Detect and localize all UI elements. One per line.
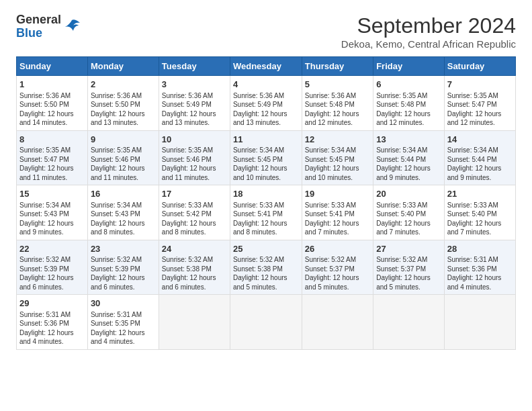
day-number: 29: [19, 298, 85, 310]
calendar-day-cell: [373, 295, 445, 350]
calendar-day-cell: [230, 295, 302, 350]
calendar-header-row: SundayMondayTuesdayWednesdayThursdayFrid…: [17, 57, 516, 76]
day-info: Sunrise: 5:32 AMSunset: 5:37 PMDaylight:…: [305, 255, 370, 291]
day-info: Sunrise: 5:31 AMSunset: 5:35 PMDaylight:…: [91, 310, 156, 347]
calendar-day-cell: 8Sunrise: 5:35 AMSunset: 5:47 PMDaylight…: [17, 130, 88, 185]
calendar-header-monday: Monday: [87, 57, 159, 76]
day-number: 20: [376, 188, 441, 200]
day-info: Sunrise: 5:33 AMSunset: 5:40 PMDaylight:…: [376, 201, 441, 237]
day-number: 10: [162, 134, 227, 146]
day-info: Sunrise: 5:36 AMSunset: 5:48 PMDaylight:…: [305, 91, 370, 128]
day-number: 23: [91, 243, 156, 255]
day-info: Sunrise: 5:31 AMSunset: 5:36 PMDaylight:…: [19, 310, 85, 347]
calendar-day-cell: [444, 295, 515, 350]
calendar-header-wednesday: Wednesday: [230, 57, 302, 76]
day-number: 13: [376, 134, 441, 146]
day-info: Sunrise: 5:36 AMSunset: 5:50 PMDaylight:…: [19, 91, 85, 128]
calendar-day-cell: 4Sunrise: 5:36 AMSunset: 5:49 PMDaylight…: [230, 76, 302, 131]
calendar-day-cell: 18Sunrise: 5:33 AMSunset: 5:41 PMDayligh…: [230, 185, 302, 240]
day-info: Sunrise: 5:35 AMSunset: 5:48 PMDaylight:…: [376, 91, 441, 128]
logo-bird-icon: [62, 19, 81, 35]
day-number: 28: [447, 243, 513, 255]
day-info: Sunrise: 5:34 AMSunset: 5:43 PMDaylight:…: [91, 201, 156, 237]
calendar-day-cell: [302, 295, 373, 350]
calendar-header-thursday: Thursday: [302, 57, 373, 76]
calendar-day-cell: 3Sunrise: 5:36 AMSunset: 5:49 PMDaylight…: [159, 76, 230, 131]
calendar-day-cell: 11Sunrise: 5:34 AMSunset: 5:45 PMDayligh…: [230, 130, 302, 185]
calendar-day-cell: 24Sunrise: 5:32 AMSunset: 5:38 PMDayligh…: [159, 240, 230, 295]
day-number: 27: [376, 243, 441, 255]
calendar-body: 1Sunrise: 5:36 AMSunset: 5:50 PMDaylight…: [17, 76, 516, 350]
day-info: Sunrise: 5:33 AMSunset: 5:42 PMDaylight:…: [162, 201, 227, 237]
day-number: 1: [19, 79, 85, 91]
calendar-week-row: 15Sunrise: 5:34 AMSunset: 5:43 PMDayligh…: [17, 185, 516, 240]
day-info: Sunrise: 5:35 AMSunset: 5:47 PMDaylight:…: [447, 91, 513, 128]
calendar-day-cell: 5Sunrise: 5:36 AMSunset: 5:48 PMDaylight…: [302, 76, 373, 131]
calendar-day-cell: 26Sunrise: 5:32 AMSunset: 5:37 PMDayligh…: [302, 240, 373, 295]
calendar-day-cell: 23Sunrise: 5:32 AMSunset: 5:39 PMDayligh…: [87, 240, 159, 295]
day-number: 22: [19, 243, 85, 255]
calendar-day-cell: 1Sunrise: 5:36 AMSunset: 5:50 PMDaylight…: [17, 76, 88, 131]
day-info: Sunrise: 5:32 AMSunset: 5:38 PMDaylight:…: [233, 255, 299, 291]
calendar-day-cell: 22Sunrise: 5:32 AMSunset: 5:39 PMDayligh…: [17, 240, 88, 295]
day-number: 4: [233, 79, 299, 91]
calendar-week-row: 1Sunrise: 5:36 AMSunset: 5:50 PMDaylight…: [17, 76, 516, 131]
calendar-table: SundayMondayTuesdayWednesdayThursdayFrid…: [16, 56, 516, 350]
calendar-header-sunday: Sunday: [17, 57, 88, 76]
day-number: 14: [447, 134, 513, 146]
day-number: 15: [19, 188, 85, 200]
day-number: 26: [305, 243, 370, 255]
day-info: Sunrise: 5:33 AMSunset: 5:40 PMDaylight:…: [447, 201, 513, 237]
page-title: September 2024: [341, 13, 516, 38]
calendar-day-cell: 29Sunrise: 5:31 AMSunset: 5:36 PMDayligh…: [17, 295, 88, 350]
day-number: 18: [233, 188, 299, 200]
day-number: 2: [91, 79, 156, 91]
day-number: 6: [376, 79, 441, 91]
calendar-week-row: 22Sunrise: 5:32 AMSunset: 5:39 PMDayligh…: [17, 240, 516, 295]
calendar-day-cell: 16Sunrise: 5:34 AMSunset: 5:43 PMDayligh…: [87, 185, 159, 240]
day-number: 12: [305, 134, 370, 146]
day-number: 11: [233, 134, 299, 146]
day-info: Sunrise: 5:32 AMSunset: 5:37 PMDaylight:…: [376, 255, 441, 291]
calendar-day-cell: 6Sunrise: 5:35 AMSunset: 5:48 PMDaylight…: [373, 76, 445, 131]
day-info: Sunrise: 5:34 AMSunset: 5:45 PMDaylight:…: [233, 146, 299, 182]
day-number: 21: [447, 188, 513, 200]
calendar-day-cell: 17Sunrise: 5:33 AMSunset: 5:42 PMDayligh…: [159, 185, 230, 240]
page-subtitle: Dekoa, Kemo, Central African Republic: [341, 38, 516, 50]
day-info: Sunrise: 5:33 AMSunset: 5:41 PMDaylight:…: [233, 201, 299, 237]
calendar-week-row: 8Sunrise: 5:35 AMSunset: 5:47 PMDaylight…: [17, 130, 516, 185]
calendar-day-cell: 25Sunrise: 5:32 AMSunset: 5:38 PMDayligh…: [230, 240, 302, 295]
calendar-day-cell: 27Sunrise: 5:32 AMSunset: 5:37 PMDayligh…: [373, 240, 445, 295]
page-header: General Blue September 2024 Dekoa, Kemo,…: [16, 13, 516, 50]
title-area: September 2024 Dekoa, Kemo, Central Afri…: [341, 13, 516, 50]
calendar-day-cell: 7Sunrise: 5:35 AMSunset: 5:47 PMDaylight…: [444, 76, 515, 131]
calendar-header-tuesday: Tuesday: [159, 57, 230, 76]
calendar-day-cell: 14Sunrise: 5:34 AMSunset: 5:44 PMDayligh…: [444, 130, 515, 185]
day-info: Sunrise: 5:35 AMSunset: 5:46 PMDaylight:…: [91, 146, 156, 182]
day-info: Sunrise: 5:34 AMSunset: 5:43 PMDaylight:…: [19, 201, 85, 237]
calendar-day-cell: 30Sunrise: 5:31 AMSunset: 5:35 PMDayligh…: [87, 295, 159, 350]
day-number: 8: [19, 134, 85, 146]
day-info: Sunrise: 5:35 AMSunset: 5:47 PMDaylight:…: [19, 146, 85, 182]
calendar-week-row: 29Sunrise: 5:31 AMSunset: 5:36 PMDayligh…: [17, 295, 516, 350]
day-number: 7: [447, 79, 513, 91]
day-number: 25: [233, 243, 299, 255]
day-number: 17: [162, 188, 227, 200]
day-info: Sunrise: 5:36 AMSunset: 5:49 PMDaylight:…: [162, 91, 227, 128]
day-number: 9: [91, 134, 156, 146]
day-number: 19: [305, 188, 370, 200]
day-info: Sunrise: 5:35 AMSunset: 5:46 PMDaylight:…: [162, 146, 227, 182]
day-info: Sunrise: 5:34 AMSunset: 5:45 PMDaylight:…: [305, 146, 370, 182]
day-info: Sunrise: 5:36 AMSunset: 5:49 PMDaylight:…: [233, 91, 299, 128]
logo-text: General Blue: [16, 13, 61, 40]
calendar-day-cell: 21Sunrise: 5:33 AMSunset: 5:40 PMDayligh…: [444, 185, 515, 240]
day-info: Sunrise: 5:36 AMSunset: 5:50 PMDaylight:…: [91, 91, 156, 128]
calendar-day-cell: 15Sunrise: 5:34 AMSunset: 5:43 PMDayligh…: [17, 185, 88, 240]
calendar-header-friday: Friday: [373, 57, 445, 76]
day-info: Sunrise: 5:33 AMSunset: 5:41 PMDaylight:…: [305, 201, 370, 237]
calendar-day-cell: 9Sunrise: 5:35 AMSunset: 5:46 PMDaylight…: [87, 130, 159, 185]
day-info: Sunrise: 5:32 AMSunset: 5:39 PMDaylight:…: [91, 255, 156, 291]
calendar-day-cell: 2Sunrise: 5:36 AMSunset: 5:50 PMDaylight…: [87, 76, 159, 131]
day-number: 5: [305, 79, 370, 91]
day-number: 3: [162, 79, 227, 91]
